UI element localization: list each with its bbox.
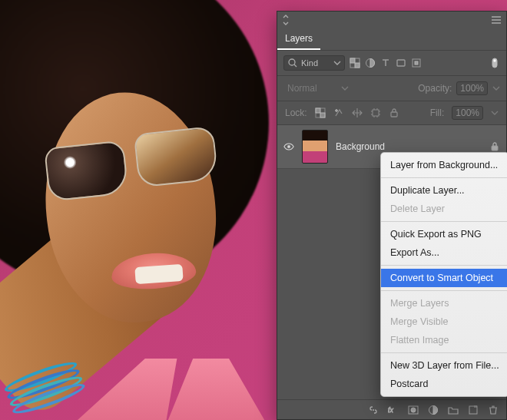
link-layers-icon[interactable] — [368, 405, 379, 415]
collapse-icon[interactable] — [282, 15, 293, 25]
svg-rect-7 — [415, 61, 418, 64]
lock-label: Lock: — [285, 107, 307, 118]
menu-item: Delete Layer — [381, 200, 507, 218]
svg-rect-14 — [373, 110, 379, 116]
svg-rect-3 — [355, 63, 360, 68]
lock-icon — [489, 141, 500, 152]
filter-adjustment-icon[interactable] — [365, 58, 376, 68]
filter-pixel-icon[interactable] — [350, 58, 360, 68]
panel-tabbar: Layers — [277, 28, 506, 50]
panel-menu-icon[interactable] — [491, 15, 502, 25]
menu-separator — [381, 177, 507, 178]
adjustment-layer-icon[interactable] — [428, 405, 439, 415]
menu-separator — [381, 221, 507, 222]
layer-mask-icon[interactable] — [408, 405, 419, 415]
lock-transparency-icon[interactable] — [315, 107, 326, 118]
layer-context-menu: Layer from Background...Duplicate Layer.… — [380, 152, 507, 397]
blend-row: Normal Opacity: 100% — [277, 76, 506, 101]
chevron-down-icon[interactable] — [492, 84, 500, 92]
fill-field[interactable]: 100% — [452, 106, 483, 120]
lock-position-icon[interactable] — [352, 107, 363, 118]
layer-filter-row: Kind — [277, 50, 506, 76]
svg-rect-12 — [320, 113, 325, 117]
menu-item[interactable]: Postcard — [381, 375, 507, 393]
filter-kind-label: Kind — [301, 58, 318, 68]
menu-item[interactable]: Convert to Smart Object — [381, 269, 507, 287]
svg-point-16 — [287, 145, 290, 148]
blend-mode-value: Normal — [287, 83, 317, 94]
lock-all-icon[interactable] — [389, 107, 399, 118]
search-icon — [287, 58, 298, 68]
svg-point-13 — [335, 110, 337, 112]
blend-mode-select[interactable]: Normal — [283, 81, 353, 96]
menu-item: Merge Layers — [381, 294, 507, 313]
new-layer-icon[interactable] — [468, 405, 479, 415]
filter-shape-icon[interactable] — [396, 58, 406, 68]
visibility-eye-icon[interactable] — [283, 141, 294, 152]
lock-artboard-icon[interactable] — [370, 107, 381, 118]
menu-item[interactable]: Quick Export as PNG — [381, 225, 507, 243]
menu-item[interactable]: Export As... — [381, 243, 507, 262]
lock-image-icon[interactable] — [333, 107, 344, 118]
menu-item[interactable]: Duplicate Layer... — [381, 181, 507, 200]
lock-row: Lock: Fill: 100% — [277, 101, 506, 125]
svg-text:fx: fx — [388, 406, 393, 414]
svg-point-0 — [289, 59, 295, 65]
menu-item: Flatten Image — [381, 331, 507, 349]
group-icon[interactable] — [448, 405, 459, 415]
opacity-label: Opacity: — [418, 83, 452, 94]
svg-rect-15 — [391, 112, 397, 117]
trash-icon[interactable] — [488, 405, 499, 415]
chevron-down-icon[interactable] — [491, 109, 499, 117]
photo-teeth — [134, 264, 183, 284]
document-canvas: Layers Kind — [0, 0, 507, 420]
layer-name[interactable]: Background — [336, 141, 385, 152]
svg-point-20 — [411, 408, 416, 412]
svg-point-9 — [493, 59, 496, 62]
filter-toggle-icon[interactable] — [489, 58, 500, 68]
panel-footer: fx — [277, 399, 506, 419]
fill-label: Fill: — [430, 107, 445, 118]
opacity-value: 100% — [460, 83, 484, 94]
layer-thumbnail[interactable] — [302, 130, 328, 164]
menu-separator — [381, 290, 507, 291]
menu-item[interactable]: Layer from Background... — [381, 156, 507, 174]
tab-layers[interactable]: Layers — [277, 28, 320, 50]
svg-rect-11 — [316, 108, 320, 113]
filter-smartobject-icon[interactable] — [411, 58, 422, 68]
svg-rect-17 — [492, 146, 498, 150]
menu-item[interactable]: New 3D Layer from File... — [381, 356, 507, 375]
fx-icon[interactable]: fx — [388, 405, 399, 415]
opacity-field[interactable]: 100% — [456, 81, 488, 95]
filter-kind-select[interactable]: Kind — [283, 55, 345, 71]
svg-rect-2 — [350, 58, 355, 63]
menu-separator — [381, 352, 507, 353]
menu-separator — [381, 265, 507, 266]
fill-value: 100% — [456, 107, 479, 118]
filter-type-icon[interactable] — [380, 58, 391, 68]
svg-rect-5 — [397, 60, 405, 66]
menu-item: Merge Visible — [381, 313, 507, 331]
